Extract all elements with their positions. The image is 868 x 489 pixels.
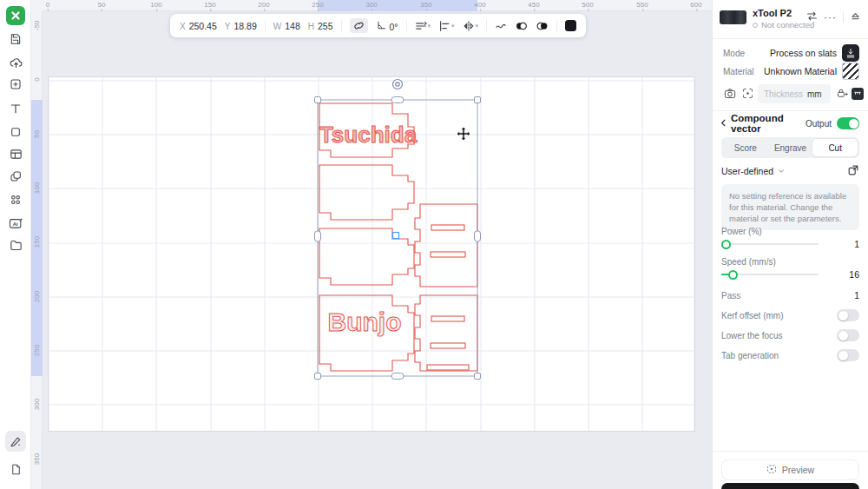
preview-button[interactable]: Preview (721, 459, 859, 480)
height-field[interactable]: H 255 (308, 21, 333, 31)
apps-icon[interactable] (5, 189, 26, 210)
thickness-input-box[interactable]: mm (758, 84, 831, 103)
text-tool-icon[interactable] (5, 98, 26, 119)
canvas-area[interactable]: 0 50 100 150 200 250 300 350 400 450 500… (31, 0, 712, 489)
ruler-label: 550 (636, 1, 648, 9)
ruler-label: 200 (33, 287, 41, 307)
tab-generation-label: Tab generation (721, 351, 779, 360)
material-value[interactable]: Unknown Material (764, 66, 837, 76)
y-value[interactable]: 18.89 (233, 21, 256, 31)
preset-row: User-defined (721, 164, 859, 178)
width-field[interactable]: W 148 (273, 21, 300, 31)
machine-bed[interactable] (48, 76, 695, 432)
y-position-field[interactable]: Y 18.89 (225, 21, 257, 31)
save-parameters-icon[interactable] (847, 164, 859, 178)
power-value[interactable]: 1 (854, 239, 859, 249)
color-swatch[interactable] (565, 20, 576, 31)
speed-slider-handle[interactable] (728, 270, 738, 280)
output-label: Output (806, 119, 832, 129)
y-label: Y (225, 22, 231, 31)
tab-score[interactable]: Score (723, 139, 768, 156)
boolean-intersect-icon[interactable] (536, 20, 549, 32)
lower-focus-toggle[interactable] (837, 329, 859, 341)
x-label: X (180, 22, 186, 31)
pass-value[interactable]: 1 (854, 290, 859, 301)
status-dot-icon (753, 23, 758, 28)
toolbar-separator (556, 20, 557, 32)
toolbar-separator (341, 20, 342, 32)
artboard-icon[interactable] (5, 143, 26, 164)
arrange-dropdown[interactable]: ▾ (415, 20, 431, 32)
ruler-label: 250 (312, 1, 323, 9)
import-icon[interactable] (5, 52, 26, 73)
ruler-label: 400 (474, 1, 485, 9)
chevron-down-icon[interactable] (778, 166, 785, 176)
shape-tool-icon[interactable] (5, 122, 26, 142)
projects-folder-icon[interactable] (5, 235, 26, 255)
document-icon[interactable] (5, 459, 26, 479)
save-icon[interactable] (5, 29, 26, 50)
speed-value[interactable]: 16 (849, 269, 859, 280)
insert-shape-icon[interactable] (5, 74, 26, 95)
kerf-toggle[interactable] (837, 309, 859, 321)
power-slider[interactable] (721, 239, 819, 249)
tab-generation-toggle[interactable] (837, 349, 859, 361)
measure-device-icon[interactable] (852, 88, 864, 100)
align-dropdown[interactable]: ▾ (438, 20, 455, 32)
speed-slider[interactable] (721, 269, 819, 280)
tab-cut[interactable]: Cut (812, 139, 858, 156)
h-label: H (308, 22, 314, 31)
device-thumbnail (720, 10, 746, 24)
material-label: Material (723, 67, 754, 76)
kerf-label: Kerf offset (mm) (721, 311, 784, 320)
auto-measure-icon[interactable] (836, 87, 849, 102)
process-button-partial[interactable] (721, 483, 859, 489)
duplicate-icon[interactable] (5, 166, 26, 187)
angle-value[interactable]: 0° (390, 22, 398, 32)
boolean-subtract-icon[interactable] (515, 20, 528, 32)
power-slider-handle[interactable] (721, 240, 731, 249)
ruler-label: 100 (33, 178, 41, 199)
preset-select[interactable]: User-defined (721, 166, 773, 176)
thickness-input[interactable] (764, 89, 807, 99)
ruler-corner (31, 0, 43, 11)
rotation-field[interactable]: 0° (376, 20, 398, 32)
material-swatch-icon[interactable] (842, 63, 859, 80)
x-value[interactable]: 250.45 (189, 21, 217, 31)
collapse-panel-icon[interactable] (850, 10, 861, 23)
toolbar-separator (406, 20, 407, 32)
weld-icon[interactable] (495, 20, 507, 32)
ruler-label: 50 (33, 124, 41, 145)
ruler-label: 50 (98, 1, 106, 9)
section-title: Compound vector (731, 113, 806, 134)
tab-engrave[interactable]: Engrave (768, 139, 813, 156)
switch-device-icon[interactable] (806, 10, 818, 23)
h-value[interactable]: 255 (318, 21, 333, 31)
pass-row: Pass 1 (721, 289, 859, 301)
speed-slider-row: 16 (721, 269, 859, 280)
w-label: W (273, 22, 281, 31)
pen-tool-icon[interactable] (5, 431, 26, 452)
ruler-label: 150 (33, 232, 41, 253)
ruler-label: 300 (33, 394, 41, 415)
x-position-field[interactable]: X 250.45 (180, 21, 217, 31)
w-value[interactable]: 148 (285, 21, 300, 31)
flip-dropdown[interactable]: ▾ (463, 20, 479, 32)
back-chevron-icon[interactable] (720, 118, 727, 129)
svg-text:Ai: Ai (13, 221, 18, 227)
device-name: xTool P2 (753, 8, 792, 18)
output-toggle[interactable] (837, 117, 859, 129)
material-notice: No setting reference is available for th… (721, 184, 859, 230)
ai-tool-icon[interactable]: Ai (5, 213, 26, 234)
mode-value[interactable]: Process on slats (770, 48, 837, 58)
xtool-logo[interactable] (6, 6, 25, 25)
process-on-slats-icon[interactable] (842, 44, 859, 62)
more-options-icon[interactable]: ··· (824, 11, 837, 23)
processing-type-tabs: Score Engrave Cut (721, 137, 859, 158)
speed-label: Speed (mm/s) (721, 257, 859, 267)
tool-sidebar: Ai (0, 0, 31, 489)
focus-icon[interactable] (741, 87, 754, 102)
divider (843, 12, 844, 23)
ruler-label: 0 (46, 1, 49, 9)
lock-aspect-ratio-icon[interactable] (350, 18, 368, 33)
